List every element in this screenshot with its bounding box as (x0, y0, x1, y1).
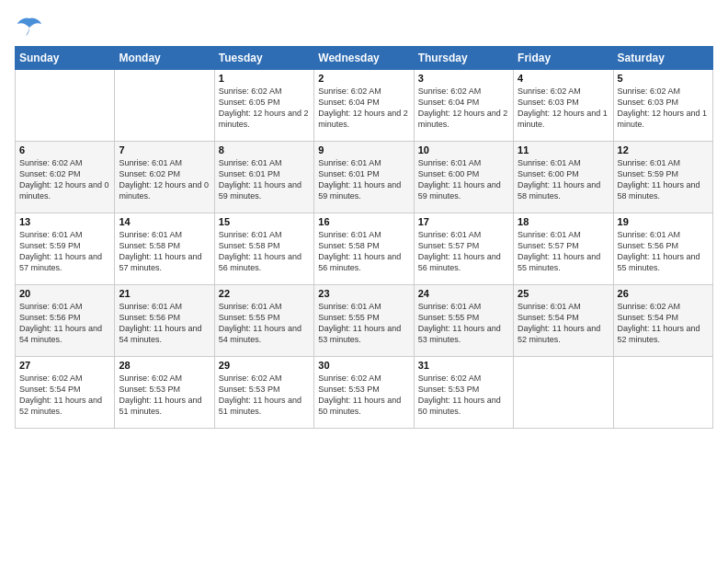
day-number: 24 (418, 288, 509, 299)
day-number: 7 (119, 144, 210, 155)
calendar-cell: 13Sunrise: 6:01 AM Sunset: 5:59 PM Dayli… (16, 213, 115, 285)
day-info: Sunrise: 6:02 AM Sunset: 6:02 PM Dayligh… (19, 157, 110, 202)
calendar-cell: 4Sunrise: 6:02 AM Sunset: 6:03 PM Daylig… (514, 70, 613, 142)
day-number: 10 (418, 144, 509, 155)
calendar-cell (16, 70, 115, 142)
weekday-header-row: SundayMondayTuesdayWednesdayThursdayFrid… (16, 47, 713, 70)
day-number: 5 (618, 73, 709, 84)
day-info: Sunrise: 6:01 AM Sunset: 5:56 PM Dayligh… (618, 229, 709, 274)
calendar-cell: 19Sunrise: 6:01 AM Sunset: 5:56 PM Dayli… (613, 213, 712, 285)
calendar-cell: 26Sunrise: 6:02 AM Sunset: 5:54 PM Dayli… (613, 285, 712, 357)
calendar-cell: 31Sunrise: 6:02 AM Sunset: 5:53 PM Dayli… (414, 357, 513, 429)
day-number: 30 (318, 360, 409, 371)
day-info: Sunrise: 6:01 AM Sunset: 5:58 PM Dayligh… (119, 229, 210, 274)
day-info: Sunrise: 6:02 AM Sunset: 5:53 PM Dayligh… (219, 373, 310, 418)
day-info: Sunrise: 6:01 AM Sunset: 6:02 PM Dayligh… (119, 157, 210, 202)
day-number: 25 (518, 288, 609, 299)
weekday-header: Monday (115, 47, 214, 70)
day-info: Sunrise: 6:02 AM Sunset: 5:54 PM Dayligh… (618, 301, 709, 346)
day-info: Sunrise: 6:01 AM Sunset: 5:56 PM Dayligh… (119, 301, 210, 346)
day-info: Sunrise: 6:02 AM Sunset: 6:03 PM Dayligh… (618, 86, 709, 131)
calendar-cell: 9Sunrise: 6:01 AM Sunset: 6:01 PM Daylig… (314, 142, 414, 213)
calendar-cell: 23Sunrise: 6:01 AM Sunset: 5:55 PM Dayli… (314, 285, 414, 357)
weekday-header: Thursday (414, 47, 513, 70)
day-info: Sunrise: 6:01 AM Sunset: 5:58 PM Dayligh… (219, 229, 310, 274)
day-number: 15 (219, 216, 310, 227)
day-info: Sunrise: 6:01 AM Sunset: 5:58 PM Dayligh… (318, 229, 409, 274)
day-number: 12 (618, 144, 709, 155)
calendar-cell: 24Sunrise: 6:01 AM Sunset: 5:55 PM Dayli… (414, 285, 513, 357)
day-number: 23 (318, 288, 409, 299)
calendar-cell: 18Sunrise: 6:01 AM Sunset: 5:57 PM Dayli… (514, 213, 613, 285)
day-info: Sunrise: 6:01 AM Sunset: 6:01 PM Dayligh… (318, 157, 409, 202)
calendar-cell: 7Sunrise: 6:01 AM Sunset: 6:02 PM Daylig… (115, 142, 214, 213)
calendar-week-row: 27Sunrise: 6:02 AM Sunset: 5:54 PM Dayli… (16, 357, 713, 429)
weekday-header: Sunday (16, 47, 115, 70)
calendar-cell (514, 357, 613, 429)
calendar-cell: 11Sunrise: 6:01 AM Sunset: 6:00 PM Dayli… (514, 142, 613, 213)
day-info: Sunrise: 6:02 AM Sunset: 5:53 PM Dayligh… (119, 373, 210, 418)
calendar-cell: 5Sunrise: 6:02 AM Sunset: 6:03 PM Daylig… (613, 70, 712, 142)
calendar-week-row: 6Sunrise: 6:02 AM Sunset: 6:02 PM Daylig… (16, 142, 713, 213)
day-number: 26 (618, 288, 709, 299)
logo (15, 15, 42, 37)
calendar-cell: 12Sunrise: 6:01 AM Sunset: 5:59 PM Dayli… (613, 142, 712, 213)
day-info: Sunrise: 6:01 AM Sunset: 5:55 PM Dayligh… (418, 301, 509, 346)
calendar-cell: 22Sunrise: 6:01 AM Sunset: 5:55 PM Dayli… (214, 285, 313, 357)
day-info: Sunrise: 6:01 AM Sunset: 5:59 PM Dayligh… (618, 157, 709, 202)
weekday-header: Wednesday (314, 47, 414, 70)
calendar-cell: 17Sunrise: 6:01 AM Sunset: 5:57 PM Dayli… (414, 213, 513, 285)
day-info: Sunrise: 6:02 AM Sunset: 6:03 PM Dayligh… (518, 86, 609, 131)
day-number: 13 (19, 216, 110, 227)
day-info: Sunrise: 6:02 AM Sunset: 6:05 PM Dayligh… (219, 86, 310, 131)
day-number: 14 (119, 216, 210, 227)
calendar-cell (613, 357, 712, 429)
day-info: Sunrise: 6:02 AM Sunset: 6:04 PM Dayligh… (418, 86, 509, 131)
day-number: 27 (19, 360, 110, 371)
day-info: Sunrise: 6:01 AM Sunset: 5:56 PM Dayligh… (19, 301, 110, 346)
calendar-cell: 28Sunrise: 6:02 AM Sunset: 5:53 PM Dayli… (115, 357, 214, 429)
day-number: 3 (418, 73, 509, 84)
day-number: 4 (518, 73, 609, 84)
calendar-cell: 27Sunrise: 6:02 AM Sunset: 5:54 PM Dayli… (16, 357, 115, 429)
calendar-table: SundayMondayTuesdayWednesdayThursdayFrid… (15, 46, 713, 429)
calendar-cell: 21Sunrise: 6:01 AM Sunset: 5:56 PM Dayli… (115, 285, 214, 357)
calendar-cell (115, 70, 214, 142)
logo-bird-icon (17, 15, 42, 37)
calendar-cell: 15Sunrise: 6:01 AM Sunset: 5:58 PM Dayli… (214, 213, 313, 285)
weekday-header: Saturday (613, 47, 712, 70)
calendar-cell: 14Sunrise: 6:01 AM Sunset: 5:58 PM Dayli… (115, 213, 214, 285)
day-info: Sunrise: 6:01 AM Sunset: 5:57 PM Dayligh… (518, 229, 609, 274)
day-info: Sunrise: 6:02 AM Sunset: 5:53 PM Dayligh… (318, 373, 409, 418)
day-number: 6 (19, 144, 110, 155)
calendar-week-row: 13Sunrise: 6:01 AM Sunset: 5:59 PM Dayli… (16, 213, 713, 285)
day-info: Sunrise: 6:01 AM Sunset: 6:00 PM Dayligh… (418, 157, 509, 202)
day-number: 28 (119, 360, 210, 371)
calendar-week-row: 20Sunrise: 6:01 AM Sunset: 5:56 PM Dayli… (16, 285, 713, 357)
weekday-header: Friday (514, 47, 613, 70)
day-number: 21 (119, 288, 210, 299)
calendar-cell: 20Sunrise: 6:01 AM Sunset: 5:56 PM Dayli… (16, 285, 115, 357)
day-number: 2 (318, 73, 409, 84)
day-info: Sunrise: 6:02 AM Sunset: 6:04 PM Dayligh… (318, 86, 409, 131)
day-number: 17 (418, 216, 509, 227)
calendar-cell: 1Sunrise: 6:02 AM Sunset: 6:05 PM Daylig… (214, 70, 313, 142)
calendar-cell: 29Sunrise: 6:02 AM Sunset: 5:53 PM Dayli… (214, 357, 313, 429)
calendar-week-row: 1Sunrise: 6:02 AM Sunset: 6:05 PM Daylig… (16, 70, 713, 142)
day-info: Sunrise: 6:01 AM Sunset: 5:55 PM Dayligh… (318, 301, 409, 346)
day-info: Sunrise: 6:01 AM Sunset: 5:59 PM Dayligh… (19, 229, 110, 274)
day-number: 19 (618, 216, 709, 227)
day-number: 20 (19, 288, 110, 299)
day-number: 31 (418, 360, 509, 371)
day-info: Sunrise: 6:01 AM Sunset: 5:54 PM Dayligh… (518, 301, 609, 346)
day-info: Sunrise: 6:02 AM Sunset: 5:53 PM Dayligh… (418, 373, 509, 418)
day-number: 16 (318, 216, 409, 227)
weekday-header: Tuesday (214, 47, 313, 70)
day-number: 29 (219, 360, 310, 371)
calendar-cell: 3Sunrise: 6:02 AM Sunset: 6:04 PM Daylig… (414, 70, 513, 142)
calendar-cell: 16Sunrise: 6:01 AM Sunset: 5:58 PM Dayli… (314, 213, 414, 285)
calendar-cell: 8Sunrise: 6:01 AM Sunset: 6:01 PM Daylig… (214, 142, 313, 213)
day-number: 18 (518, 216, 609, 227)
calendar-cell: 6Sunrise: 6:02 AM Sunset: 6:02 PM Daylig… (16, 142, 115, 213)
day-number: 1 (219, 73, 310, 84)
